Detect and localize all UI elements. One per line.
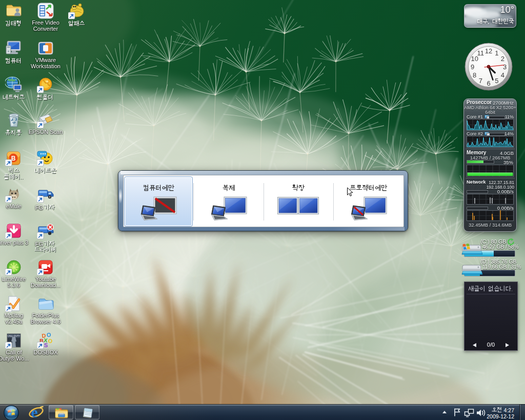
- svg-text:8: 8: [473, 71, 476, 79]
- svg-text:3: 3: [502, 63, 506, 71]
- svg-text:5: 5: [495, 77, 498, 85]
- svg-text:e: e: [31, 405, 38, 420]
- svg-text:1: 1: [495, 49, 498, 57]
- svg-text:9: 9: [470, 63, 474, 71]
- svg-text:7: 7: [478, 77, 482, 85]
- svg-text:S: S: [44, 342, 48, 348]
- svg-text:O: O: [48, 337, 53, 344]
- svg-text:4: 4: [500, 71, 504, 79]
- svg-text:11: 11: [477, 49, 484, 57]
- svg-text:CALL·DUTY: CALL·DUTY: [7, 335, 20, 337]
- svg-text:12: 12: [484, 47, 492, 55]
- svg-text:6: 6: [487, 79, 490, 87]
- svg-text:2: 2: [500, 55, 504, 63]
